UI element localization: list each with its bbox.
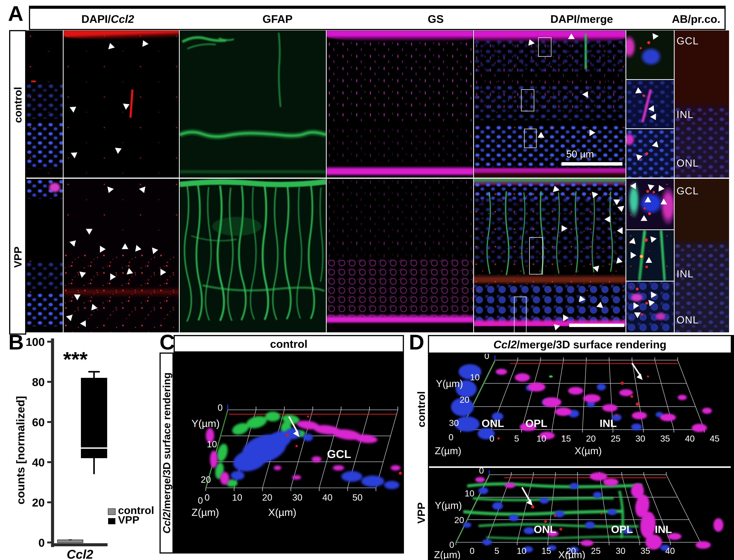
- d1-xt45: 45: [710, 434, 719, 444]
- x-category-ccl2: Ccl2: [67, 547, 93, 560]
- c-y-title: Y(µm): [191, 418, 220, 429]
- gfap-dim-wash: [180, 30, 326, 178]
- d2-xt5: 5: [494, 546, 499, 556]
- d-header-rest: /merge/3D surface rendering: [517, 338, 667, 351]
- gs-opl-band: [327, 111, 473, 125]
- ytick-100: 100: [26, 336, 45, 348]
- opl-red-band: [64, 286, 179, 298]
- legend-label-vpp: VPP: [118, 514, 139, 526]
- tile-vpp-ab-prco: GCL INL ONL: [675, 179, 729, 332]
- panel-c-plot: GCL 0 10 20 0 0 10 20 30 40 50 Y(µm) Z(µ…: [174, 353, 404, 554]
- inset-control-inl: [626, 80, 674, 128]
- scale-bar-label: 50 µm: [566, 148, 594, 160]
- magenta-blob: [626, 35, 636, 58]
- d1-xt10: 10: [536, 434, 546, 444]
- c-xtick-10: 10: [232, 492, 242, 503]
- c-xtick-30: 30: [292, 492, 302, 503]
- panel-d-label: D: [409, 332, 424, 353]
- row-label-control: control: [12, 87, 24, 123]
- gs-faint-streaks: [327, 179, 473, 248]
- d2-region-onl: ONL: [534, 523, 556, 535]
- d1-xt0: 0: [489, 434, 494, 444]
- d2-xt10: 10: [517, 546, 526, 556]
- layer-label-gcl: GCL: [677, 185, 699, 197]
- red-dot: [636, 288, 639, 290]
- side-title-rest: /merge/3D surface rendering: [161, 373, 172, 512]
- layer-label-gcl: GCL: [677, 35, 699, 47]
- column-header-gs: GS: [428, 13, 444, 25]
- yellow-red-dot: [640, 254, 643, 258]
- tile-vpp-gs: [327, 179, 473, 332]
- gs-vertical-streaks: [327, 41, 473, 107]
- c-xtick-50: 50: [352, 492, 362, 503]
- region-labels: ONL OPL INL: [482, 417, 617, 429]
- d2-ytitle: Y(µm): [435, 500, 462, 511]
- bottom-dark: [474, 326, 625, 332]
- d1-xt25: 25: [611, 434, 620, 444]
- c-xtick-40: 40: [322, 492, 332, 503]
- red-dot: [641, 313, 643, 316]
- tile-control-dapi-strip: [26, 30, 63, 178]
- ccl2-sparse-dots: [26, 30, 63, 178]
- panel-c-label: C: [160, 332, 175, 353]
- tile-control-merge: 50 µm: [474, 30, 625, 178]
- gs-bottom-band: [327, 314, 473, 323]
- red-dot: [643, 207, 646, 210]
- legend-swatch-control: [108, 509, 115, 515]
- d1-region-inl: INL: [600, 417, 617, 429]
- c-xtick-20: 20: [262, 492, 272, 503]
- d2-ytick0: 0: [479, 468, 484, 475]
- white-arrow: [522, 487, 533, 506]
- panel-c-side-strip: Ccl2/merge/3D surface rendering: [160, 353, 174, 554]
- d-row-label-control: control: [415, 391, 427, 427]
- roi-box-inl: [521, 89, 534, 111]
- c-z-origin: 0: [198, 495, 203, 506]
- d1-xt15: 15: [561, 434, 571, 444]
- red-speckle: [26, 256, 63, 333]
- roi-box-gcl: [538, 37, 551, 57]
- red-dot: [646, 190, 649, 193]
- tile-vpp-dapi-strip: [26, 179, 63, 332]
- roi-box: [529, 237, 543, 274]
- d1-region-opl: OPL: [525, 417, 547, 429]
- gs-honeycomb-onl: [327, 259, 473, 317]
- red-dot: [645, 302, 648, 305]
- column-header-dapi-ccl2: DAPI/Ccl2: [81, 13, 134, 25]
- green-speck: [549, 375, 553, 378]
- opl-band: [474, 274, 625, 285]
- d2-ytick20: 20: [454, 515, 464, 525]
- d-3d-control: ONL OPL INL 0 10 20 30 0 0 5 10 15 20 25…: [429, 354, 731, 466]
- red-dots: [474, 191, 625, 286]
- d2-region-inl: INL: [655, 523, 672, 535]
- roi-box: [514, 297, 527, 332]
- ccl2-sparse-dots: [64, 30, 179, 178]
- white-arrow: [632, 363, 643, 380]
- scale-bar: [562, 162, 622, 166]
- ytick-60: 60: [32, 416, 45, 429]
- d1-ytick30: 30: [449, 418, 459, 428]
- d2-zorigin: 0: [449, 540, 454, 550]
- red-dot: [640, 47, 642, 49]
- red-dots-onl: [474, 285, 625, 323]
- column-header-dapi-merge: DAPI/merge: [551, 13, 613, 25]
- red-dot: [648, 212, 651, 215]
- amber-wash: [675, 179, 729, 332]
- arrowhead-icon: [100, 246, 106, 253]
- d2-xt40: 40: [665, 546, 675, 556]
- c-x-title: X(µm): [268, 507, 296, 518]
- box-vpp: [81, 378, 107, 458]
- d1-xt35: 35: [660, 434, 670, 444]
- tile-vpp-ccl2: [64, 179, 179, 332]
- magenta-blob: [626, 133, 635, 146]
- tile-control-gs: [327, 30, 473, 178]
- d2-xt0: 0: [470, 546, 475, 556]
- magenta-blob: [48, 182, 61, 193]
- ytick-0: 0: [38, 536, 45, 549]
- d2-ztitle: Z(µm): [434, 549, 461, 559]
- header-dapi-part: DAPI/: [81, 13, 111, 25]
- panel-d-box: Ccl2/merge/3D surface rendering: [428, 335, 734, 560]
- ytick-20: 20: [32, 496, 45, 509]
- red-dot: [647, 41, 650, 44]
- inset-control-gcl: [626, 30, 674, 79]
- axis-titles: Y(µm) Z(µm) X(µm): [434, 500, 585, 559]
